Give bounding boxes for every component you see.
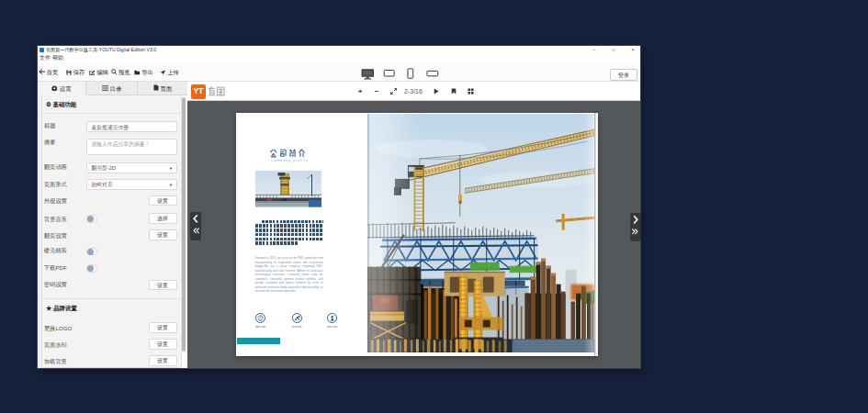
svg-text:20: 20	[259, 316, 263, 319]
